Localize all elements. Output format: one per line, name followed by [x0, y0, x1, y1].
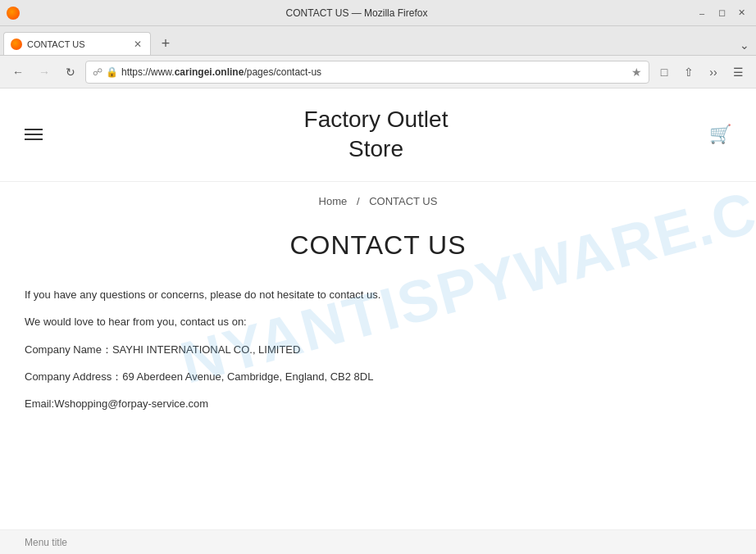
title-bar-controls: – ◻ ✕ [694, 5, 749, 21]
close-button[interactable]: ✕ [733, 5, 749, 21]
bookmark-star-icon[interactable]: ★ [631, 66, 642, 79]
breadcrumb: Home / CONTACT US [0, 182, 756, 214]
nav-bar: ← → ↻ ☍ 🔒 https://www.caringei.online/pa… [0, 56, 756, 89]
company-name-line: Company Name：SAYHI INTERNATIONAL CO., LI… [25, 340, 731, 359]
url-protocol: https://www. [121, 66, 175, 78]
tab-bar-right: ⌄ [736, 35, 753, 55]
company-address-line: Company Address：69 Aberdeen Avenue, Camb… [25, 367, 731, 386]
breadcrumb-home-link[interactable]: Home [319, 195, 348, 207]
hamburger-line [25, 138, 43, 140]
breadcrumb-separator: / [357, 195, 360, 207]
tab-bar: CONTACT US ✕ + ⌄ [0, 26, 756, 56]
hamburger-menu-button[interactable] [25, 129, 43, 140]
email-line: Email:Wshopping@forpay-service.com [25, 394, 731, 413]
title-bar: CONTACT US — Mozilla Firefox – ◻ ✕ [0, 0, 756, 26]
forward-button[interactable]: → [33, 61, 56, 84]
cart-icon[interactable]: 🛒 [709, 124, 731, 145]
share-button[interactable]: ⇧ [677, 61, 700, 84]
active-tab[interactable]: CONTACT US ✕ [3, 32, 151, 55]
reload-button[interactable]: ↻ [59, 61, 82, 84]
site-title-line1: Factory Outlet [304, 107, 449, 132]
company-name-value: SAYHI INTERNATIONAL CO., LIMITED [112, 343, 300, 356]
footer-menu-hint: Menu title [25, 537, 67, 548]
new-tab-button[interactable]: + [154, 32, 177, 55]
lock-icon: 🔒 [106, 66, 118, 78]
footer-hint: Menu title [0, 529, 756, 554]
email-label: Email: [25, 397, 54, 410]
hamburger-line [25, 129, 43, 130]
tab-close-button[interactable]: ✕ [132, 39, 143, 50]
tab-overflow-button[interactable]: ⌄ [736, 35, 753, 55]
url-domain: caringei.online [175, 66, 244, 78]
back-button[interactable]: ← [7, 61, 30, 84]
nav-icons-right: □ ⇧ ›› ☰ [653, 61, 749, 84]
title-bar-left [7, 7, 20, 20]
url-text: https://www.caringei.online/pages/contac… [121, 66, 628, 78]
restore-button[interactable]: ◻ [713, 5, 730, 21]
site-header: Factory Outlet Store 🛒 [0, 89, 756, 182]
intro-text-1: If you have any questions or concerns, p… [25, 285, 731, 304]
intro-text-2: We would love to hear from you, contact … [25, 312, 731, 331]
hamburger-line [25, 134, 43, 135]
extensions-button[interactable]: ›› [702, 61, 725, 84]
firefox-logo-icon [7, 7, 20, 20]
page-title: CONTACT US [25, 230, 731, 261]
container-icon-button[interactable]: □ [653, 61, 676, 84]
email-value: Wshopping@forpay-service.com [54, 397, 208, 410]
site-title-line2: Store [348, 136, 403, 161]
browser-window: CONTACT US — Mozilla Firefox – ◻ ✕ CONTA… [0, 0, 756, 554]
main-content: CONTACT US If you have any questions or … [0, 214, 756, 455]
url-path: /pages/contact-us [244, 66, 321, 78]
site-title: Factory Outlet Store [304, 105, 449, 165]
page-content: NYANTISPYWARE.COM Factory Outlet Store 🛒… [0, 89, 756, 554]
tab-favicon-icon [11, 39, 22, 50]
address-bar[interactable]: ☍ 🔒 https://www.caringei.online/pages/co… [85, 61, 649, 84]
company-address-label: Company Address： [25, 370, 122, 383]
tab-title: CONTACT US [27, 39, 127, 49]
breadcrumb-current: CONTACT US [369, 195, 437, 207]
company-name-label: Company Name： [25, 343, 112, 356]
menu-button[interactable]: ☰ [726, 61, 749, 84]
window-title: CONTACT US — Mozilla Firefox [20, 7, 694, 19]
company-address-value: 69 Aberdeen Avenue, Cambridge, England, … [122, 370, 373, 383]
minimize-button[interactable]: – [694, 5, 710, 21]
shield-icon: ☍ [93, 66, 102, 78]
